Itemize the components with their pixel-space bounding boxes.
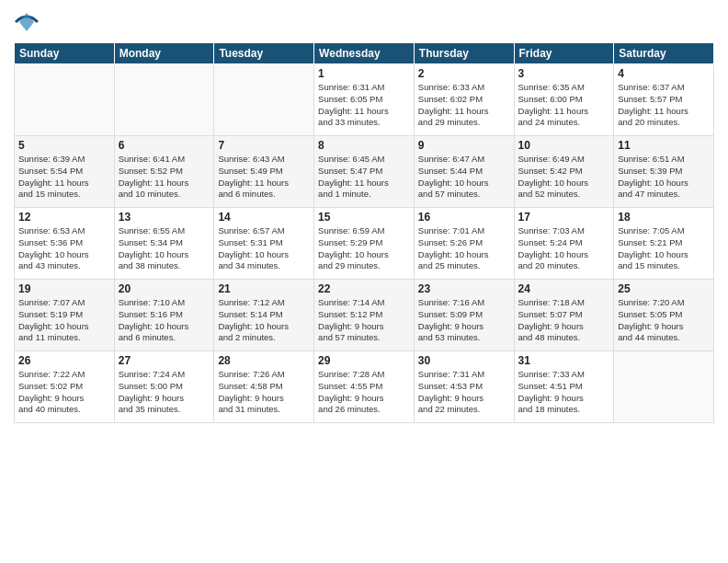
calendar-cell: 28Sunrise: 7:26 AM Sunset: 4:58 PM Dayli… [214, 351, 314, 423]
calendar-cell: 10Sunrise: 6:49 AM Sunset: 5:42 PM Dayli… [514, 136, 614, 208]
day-info: Sunrise: 7:01 AM Sunset: 5:26 PM Dayligh… [418, 225, 510, 272]
day-info: Sunrise: 7:22 AM Sunset: 5:02 PM Dayligh… [18, 369, 110, 416]
day-number: 31 [518, 354, 610, 367]
calendar-cell [214, 64, 314, 136]
day-number: 4 [618, 67, 710, 80]
calendar-cell: 25Sunrise: 7:20 AM Sunset: 5:05 PM Dayli… [614, 280, 714, 351]
day-info: Sunrise: 6:55 AM Sunset: 5:34 PM Dayligh… [119, 225, 210, 272]
day-info: Sunrise: 6:59 AM Sunset: 5:29 PM Dayligh… [318, 225, 410, 272]
day-number: 14 [218, 211, 310, 224]
day-info: Sunrise: 6:51 AM Sunset: 5:39 PM Dayligh… [618, 154, 710, 201]
calendar-cell [15, 64, 115, 136]
day-number: 15 [318, 211, 410, 224]
calendar-cell: 14Sunrise: 6:57 AM Sunset: 5:31 PM Dayli… [214, 208, 314, 280]
weekday-header-friday: Friday [514, 43, 614, 64]
calendar-week-row: 12Sunrise: 6:53 AM Sunset: 5:36 PM Dayli… [15, 208, 714, 280]
day-number: 5 [18, 139, 110, 152]
day-number: 27 [119, 354, 210, 367]
day-number: 17 [518, 211, 610, 224]
calendar-cell: 27Sunrise: 7:24 AM Sunset: 5:00 PM Dayli… [114, 351, 214, 423]
day-number: 6 [119, 139, 210, 152]
day-number: 9 [418, 139, 510, 152]
calendar-cell: 3Sunrise: 6:35 AM Sunset: 6:00 PM Daylig… [514, 64, 614, 136]
day-number: 3 [518, 67, 610, 80]
logo [14, 9, 43, 35]
day-number: 28 [218, 354, 310, 367]
calendar-cell [114, 64, 214, 136]
calendar-cell [614, 351, 714, 423]
calendar-cell: 21Sunrise: 7:12 AM Sunset: 5:14 PM Dayli… [214, 280, 314, 351]
calendar-cell: 19Sunrise: 7:07 AM Sunset: 5:19 PM Dayli… [15, 280, 115, 351]
day-info: Sunrise: 7:18 AM Sunset: 5:07 PM Dayligh… [518, 297, 610, 344]
weekday-header-thursday: Thursday [414, 43, 514, 64]
calendar-week-row: 1Sunrise: 6:31 AM Sunset: 6:05 PM Daylig… [15, 64, 714, 136]
day-info: Sunrise: 6:33 AM Sunset: 6:02 PM Dayligh… [418, 82, 510, 129]
day-number: 29 [318, 354, 410, 367]
day-info: Sunrise: 7:16 AM Sunset: 5:09 PM Dayligh… [418, 297, 510, 344]
day-info: Sunrise: 6:31 AM Sunset: 6:05 PM Dayligh… [318, 82, 410, 129]
calendar-cell: 5Sunrise: 6:39 AM Sunset: 5:54 PM Daylig… [15, 136, 115, 208]
day-info: Sunrise: 6:39 AM Sunset: 5:54 PM Dayligh… [18, 154, 110, 201]
calendar-cell: 9Sunrise: 6:47 AM Sunset: 5:44 PM Daylig… [414, 136, 514, 208]
calendar-cell: 17Sunrise: 7:03 AM Sunset: 5:24 PM Dayli… [514, 208, 614, 280]
weekday-header-monday: Monday [114, 43, 214, 64]
calendar-cell: 24Sunrise: 7:18 AM Sunset: 5:07 PM Dayli… [514, 280, 614, 351]
day-number: 23 [418, 282, 510, 295]
day-info: Sunrise: 6:41 AM Sunset: 5:52 PM Dayligh… [119, 154, 210, 201]
calendar-cell: 13Sunrise: 6:55 AM Sunset: 5:34 PM Dayli… [114, 208, 214, 280]
day-number: 2 [418, 67, 510, 80]
day-info: Sunrise: 7:20 AM Sunset: 5:05 PM Dayligh… [618, 297, 710, 344]
calendar-cell: 23Sunrise: 7:16 AM Sunset: 5:09 PM Dayli… [414, 280, 514, 351]
day-number: 26 [18, 354, 110, 367]
calendar-table: SundayMondayTuesdayWednesdayThursdayFrid… [14, 42, 714, 423]
day-number: 21 [218, 282, 310, 295]
calendar-week-row: 26Sunrise: 7:22 AM Sunset: 5:02 PM Dayli… [15, 351, 714, 423]
calendar-cell: 15Sunrise: 6:59 AM Sunset: 5:29 PM Dayli… [314, 208, 415, 280]
day-number: 22 [318, 282, 410, 295]
calendar-cell: 4Sunrise: 6:37 AM Sunset: 5:57 PM Daylig… [614, 64, 714, 136]
day-number: 12 [18, 211, 110, 224]
day-info: Sunrise: 6:57 AM Sunset: 5:31 PM Dayligh… [218, 225, 310, 272]
weekday-header-saturday: Saturday [614, 43, 714, 64]
day-info: Sunrise: 7:28 AM Sunset: 4:55 PM Dayligh… [318, 369, 410, 416]
calendar-cell: 2Sunrise: 6:33 AM Sunset: 6:02 PM Daylig… [414, 64, 514, 136]
day-number: 8 [318, 139, 410, 152]
calendar-cell: 29Sunrise: 7:28 AM Sunset: 4:55 PM Dayli… [314, 351, 415, 423]
calendar-week-row: 19Sunrise: 7:07 AM Sunset: 5:19 PM Dayli… [15, 280, 714, 351]
logo-icon [14, 9, 40, 35]
day-info: Sunrise: 7:24 AM Sunset: 5:00 PM Dayligh… [119, 369, 210, 416]
calendar-cell: 26Sunrise: 7:22 AM Sunset: 5:02 PM Dayli… [15, 351, 115, 423]
weekday-header-wednesday: Wednesday [314, 43, 415, 64]
day-info: Sunrise: 6:37 AM Sunset: 5:57 PM Dayligh… [618, 82, 710, 129]
calendar-cell: 1Sunrise: 6:31 AM Sunset: 6:05 PM Daylig… [314, 64, 415, 136]
day-info: Sunrise: 6:53 AM Sunset: 5:36 PM Dayligh… [18, 225, 110, 272]
day-info: Sunrise: 7:07 AM Sunset: 5:19 PM Dayligh… [18, 297, 110, 344]
calendar-cell: 16Sunrise: 7:01 AM Sunset: 5:26 PM Dayli… [414, 208, 514, 280]
day-info: Sunrise: 7:31 AM Sunset: 4:53 PM Dayligh… [418, 369, 510, 416]
calendar-cell: 7Sunrise: 6:43 AM Sunset: 5:49 PM Daylig… [214, 136, 314, 208]
day-number: 16 [418, 211, 510, 224]
calendar-week-row: 5Sunrise: 6:39 AM Sunset: 5:54 PM Daylig… [15, 136, 714, 208]
day-number: 30 [418, 354, 510, 367]
day-info: Sunrise: 7:26 AM Sunset: 4:58 PM Dayligh… [218, 369, 310, 416]
day-info: Sunrise: 7:03 AM Sunset: 5:24 PM Dayligh… [518, 225, 610, 272]
day-info: Sunrise: 7:12 AM Sunset: 5:14 PM Dayligh… [218, 297, 310, 344]
header [14, 9, 714, 35]
calendar-cell: 20Sunrise: 7:10 AM Sunset: 5:16 PM Dayli… [114, 280, 214, 351]
day-info: Sunrise: 6:47 AM Sunset: 5:44 PM Dayligh… [418, 154, 510, 201]
day-number: 11 [618, 139, 710, 152]
day-number: 1 [318, 67, 410, 80]
weekday-header-row: SundayMondayTuesdayWednesdayThursdayFrid… [15, 43, 714, 64]
calendar-cell: 8Sunrise: 6:45 AM Sunset: 5:47 PM Daylig… [314, 136, 415, 208]
calendar-cell: 6Sunrise: 6:41 AM Sunset: 5:52 PM Daylig… [114, 136, 214, 208]
day-info: Sunrise: 6:49 AM Sunset: 5:42 PM Dayligh… [518, 154, 610, 201]
day-number: 13 [119, 211, 210, 224]
calendar-cell: 31Sunrise: 7:33 AM Sunset: 4:51 PM Dayli… [514, 351, 614, 423]
calendar-cell: 11Sunrise: 6:51 AM Sunset: 5:39 PM Dayli… [614, 136, 714, 208]
calendar-cell: 12Sunrise: 6:53 AM Sunset: 5:36 PM Dayli… [15, 208, 115, 280]
day-number: 25 [618, 282, 710, 295]
day-info: Sunrise: 7:10 AM Sunset: 5:16 PM Dayligh… [119, 297, 210, 344]
day-number: 19 [18, 282, 110, 295]
calendar-cell: 30Sunrise: 7:31 AM Sunset: 4:53 PM Dayli… [414, 351, 514, 423]
weekday-header-sunday: Sunday [15, 43, 115, 64]
